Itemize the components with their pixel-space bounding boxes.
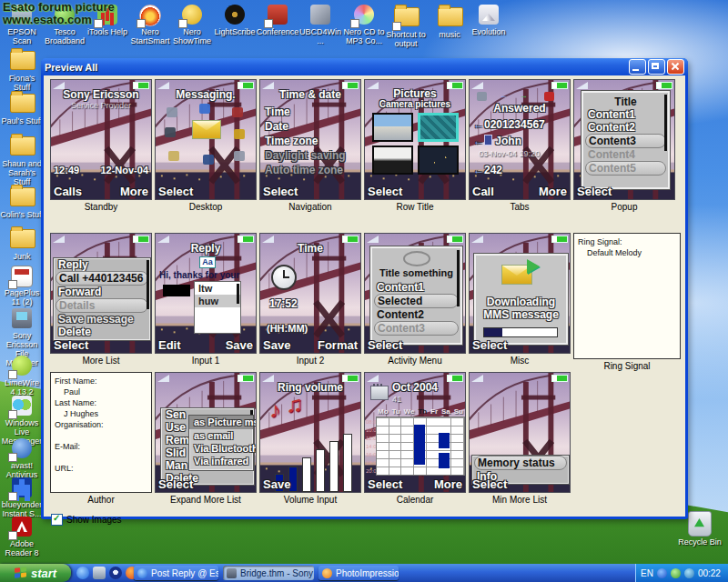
preview-ring-signal[interactable]: Ring Signal: Default Melody Ring Signal — [573, 233, 681, 371]
desktop-icon-nero-cd-to-mp3[interactable]: Nero CD to MP3 Co... — [342, 4, 386, 45]
desktop-icon-ubcd4win[interactable]: UBCD4Win... — [298, 4, 342, 45]
preview-caption: Input 1 — [155, 356, 257, 366]
flame-icon — [139, 5, 161, 26]
preview-tabs[interactable]: Answered 0201234567 John 03-Nov-04 19:20… — [469, 79, 571, 212]
desktop-icon-fionas-stuff[interactable]: Fiona's Stuff — [0, 47, 44, 92]
task-button-bridge-thm[interactable]: Bridge.thm - Sony Eri... — [223, 566, 314, 580]
ring-signal-label: Ring Signal: — [578, 236, 676, 247]
scrollbar[interactable] — [147, 260, 149, 309]
app-icon — [234, 151, 245, 161]
scrollbar[interactable] — [664, 95, 667, 151]
preview-popup[interactable]: Title Content1 Content2 Content3 Content… — [573, 79, 675, 212]
preview-calendar[interactable]: Oct 2004 41 MoTuWeThFrSaSu 08:0010:0012:… — [364, 372, 466, 505]
day-header: MoTuWeThFrSaSu — [378, 407, 463, 416]
phone-statusbar — [53, 235, 149, 243]
music-note-icon — [286, 391, 303, 417]
signal-icon — [157, 375, 169, 382]
menu-item: Daylight saving — [265, 149, 346, 162]
window-titlebar[interactable]: Preview All — [41, 58, 688, 75]
media-player-icon[interactable] — [109, 567, 122, 579]
start-button[interactable]: start — [0, 564, 71, 582]
call-duration: 242 — [484, 164, 502, 176]
menu-item-selected: Call +440123456 — [56, 271, 148, 286]
preview-desktop[interactable]: Messaging. Select Desktop — [155, 79, 257, 212]
softkey-left: Select — [368, 477, 402, 491]
menu-item: Time zone — [265, 135, 318, 147]
show-images-row: Show Images — [51, 514, 122, 526]
suggestion-dropdown[interactable]: ltw huw — [194, 281, 241, 334]
submenu-item: Via infrared — [189, 455, 253, 467]
desktop-icon-nero-startsmart[interactable]: Nero StartSmart — [128, 4, 172, 45]
preview-author[interactable]: First Name: Paul Last Name: J Hughes Org… — [50, 372, 152, 505]
preview-more-list[interactable]: Reply Call +440123456 Forward Details Sa… — [50, 233, 152, 366]
scrollbar[interactable] — [457, 250, 460, 306]
field-label: URL: — [55, 463, 147, 474]
signal-icon — [367, 236, 379, 243]
bluetooth-icon[interactable] — [657, 568, 667, 578]
show-images-label: Show Images — [66, 515, 122, 525]
folder-icon — [10, 51, 35, 70]
show-desktop-icon[interactable] — [93, 567, 106, 579]
desktop-icon-shaun-sarah-stuff[interactable]: Shaun and Sarah's Stuff — [0, 133, 44, 186]
phone-statusbar — [576, 81, 672, 89]
folder-icon — [10, 94, 35, 113]
desktop-icon-adobe-reader[interactable]: Adobe Reader 8 — [0, 516, 44, 557]
popup-item: Content5 — [585, 161, 666, 176]
preview-input1[interactable]: Reply Aa Hi, thanks for your ltw huw Edi… — [155, 233, 257, 366]
camera-icon — [165, 127, 176, 137]
preview-all-window: Preview All Sony E — [41, 58, 688, 519]
desktop-icon-nero-showtime[interactable]: Nero ShowTime — [170, 4, 214, 45]
show-images-checkbox[interactable] — [51, 514, 63, 526]
desktop-icon-evolution[interactable]: Evolution — [467, 4, 511, 36]
call-contact: John — [495, 135, 521, 147]
popup-title: Title — [583, 95, 668, 108]
download-arrow-icon — [527, 259, 540, 274]
clock[interactable]: 00:22 — [698, 568, 721, 578]
minimize-button[interactable] — [629, 59, 646, 75]
activity-popup: Title something Content1 Selected Conten… — [370, 246, 462, 345]
preview-caption: Author — [50, 495, 152, 505]
preview-row-title[interactable]: Pictures Camera pictures Select Row Titl… — [364, 79, 466, 212]
desktop-icon-avast[interactable]: avast! Antivirus — [0, 437, 44, 479]
desktop-icon-colins-stuff[interactable]: Colin's Stuff — [0, 184, 44, 219]
phone-subtitle: Camera pictures — [365, 99, 465, 109]
phone-statusbar — [157, 374, 254, 382]
preview-navigation[interactable]: Time & date Time Date Time zone Daylight… — [259, 79, 361, 212]
desktop-icon-limewire[interactable]: LimeWire 4.13.2 — [0, 355, 44, 396]
preview-misc[interactable]: Downloading MMS message Select Misc — [469, 233, 571, 366]
menu-item: Auto time zone — [265, 164, 343, 176]
desktop-icon-junk[interactable]: Junk — [0, 226, 44, 261]
popup-item-selected: Selected — [374, 294, 459, 308]
desktop-icon-conference[interactable]: Conference — [256, 4, 299, 36]
desktop-icon-pageplus[interactable]: PagePlus 11 (2) — [0, 265, 44, 306]
suggestion-item[interactable]: huw — [195, 295, 240, 307]
mms-text: MMS message — [476, 308, 566, 321]
close-button[interactable] — [667, 59, 684, 75]
scrollbar[interactable] — [237, 284, 239, 304]
desktop-icon-shortcut-output[interactable]: Shortcut to output — [384, 4, 428, 48]
softkey-right: More — [120, 185, 148, 198]
preview-standby[interactable]: Sony Ericsson Service Provider 12:49 12-… — [50, 79, 152, 212]
preview-input2[interactable]: Time 17:52 (HH:MM) Save Format Input 2 — [259, 233, 361, 366]
clock-icon — [271, 265, 297, 290]
desktop-icon-blueyonder[interactable]: blueyonder Instant S... — [0, 477, 44, 518]
desktop-icon-pauls-stuff[interactable]: Paul's Stuff — [0, 90, 44, 125]
language-indicator[interactable]: EN — [641, 568, 653, 578]
desktop-icon-music[interactable]: music — [428, 4, 471, 39]
menu-item: Reply — [54, 258, 150, 271]
ie-icon[interactable] — [76, 567, 89, 579]
preview-volume-input[interactable]: Ring volume Save Volume Input — [259, 372, 361, 505]
task-button-esato[interactable]: Post Reply @ Esato - ... — [134, 566, 218, 580]
preview-min-more-list[interactable]: Memory status Info Select Min More List — [469, 372, 571, 505]
messenger-status-icon[interactable] — [671, 568, 681, 578]
maximize-button[interactable] — [648, 59, 665, 75]
desktop-icon-lightscribe[interactable]: LightScribe — [213, 4, 257, 36]
time-value: 17:52 — [269, 297, 298, 310]
preview-activity-menu[interactable]: Title something Content1 Selected Conten… — [364, 233, 466, 366]
preview-expand-more-list[interactable]: Sen Use Rem Slid Man Delete as Picture m… — [155, 372, 257, 505]
task-button-photoimpression[interactable]: PhotoImpression — [318, 566, 399, 580]
suggestion-item[interactable]: ltw — [195, 282, 240, 295]
field-label: E-Mail: — [55, 441, 147, 452]
network-icon[interactable] — [684, 568, 694, 578]
field-value: J Hughes — [55, 408, 147, 419]
